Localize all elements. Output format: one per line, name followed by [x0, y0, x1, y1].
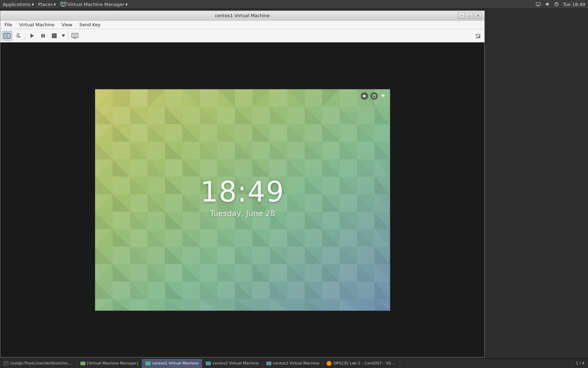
svg-marker-153 [147, 211, 165, 229]
svg-rect-1 [61, 3, 63, 4]
svg-marker-117 [112, 177, 130, 194]
usb-btn[interactable] [13, 31, 23, 41]
svg-marker-131 [357, 177, 374, 194]
taskbar-firefox[interactable]: OPS235 Lab 5 – CentOS7 – SSD... [323, 359, 400, 368]
svg-marker-119 [147, 177, 165, 194]
svg-marker-103 [165, 159, 182, 177]
power-icon[interactable] [554, 1, 559, 7]
svg-marker-171 [165, 229, 182, 246]
places-menu[interactable]: Places ▾ [38, 2, 56, 7]
svg-rect-22 [43, 34, 45, 38]
svg-marker-37 [200, 89, 217, 107]
menu-virtual-machine[interactable]: Virtual Machine [16, 21, 57, 28]
svg-marker-247 [363, 94, 365, 98]
svg-marker-71 [200, 124, 217, 142]
svg-marker-225 [217, 281, 235, 299]
svg-marker-207 [200, 264, 217, 281]
applications-label: Applications [3, 2, 30, 7]
svg-marker-95 [322, 142, 340, 159]
svg-marker-107 [235, 159, 252, 177]
close-button[interactable]: ✕ [475, 13, 482, 19]
svg-marker-221 [147, 281, 165, 299]
svg-rect-19 [19, 36, 20, 38]
menu-view[interactable]: View [59, 21, 75, 28]
svg-rect-21 [41, 34, 43, 38]
svg-rect-14 [17, 33, 19, 35]
pause-btn[interactable] [38, 31, 48, 41]
svg-marker-193 [252, 246, 270, 264]
maximize-button[interactable]: □ [466, 13, 473, 19]
system-bar-left: Applications ▾ Places ▾ Virtual Machine … [3, 2, 128, 7]
system-bar-right: Tue 18:49 [536, 1, 585, 7]
vm-overlay-controls [360, 92, 386, 100]
svg-marker-189 [182, 246, 200, 264]
console-btn[interactable] [70, 31, 80, 41]
menu-send-key[interactable]: Send Key [77, 21, 103, 28]
fullscreen-dropdown-btn[interactable] [60, 31, 66, 41]
taskbar-centos1[interactable]: centos1 Virtual Machine [142, 359, 203, 368]
vm-manager-label: Virtual Machine Manager [68, 2, 124, 7]
taskbar-centos2-label: centos2 Virtual Machine [212, 361, 259, 366]
vm-volume-btn[interactable] [360, 92, 368, 100]
bg-pattern-svg [95, 89, 390, 311]
taskbar-terminal[interactable]: root@c7host:/var/lib/libvirt/imag... [0, 359, 77, 368]
vm-arrow-btn[interactable] [380, 93, 386, 99]
vm-power-btn[interactable] [370, 92, 378, 100]
svg-marker-8 [546, 2, 548, 6]
svg-marker-75 [270, 124, 287, 142]
volume-icon[interactable] [545, 1, 550, 7]
taskbar-vm-manager[interactable]: [Virtual Machine Manager] [77, 359, 142, 368]
taskbar: root@c7host:/var/lib/libvirt/imag... [Vi… [0, 358, 588, 368]
svg-marker-69 [165, 124, 182, 142]
svg-marker-87 [182, 142, 200, 159]
svg-marker-73 [235, 124, 252, 142]
svg-rect-27 [74, 38, 76, 38]
fullscreen-btn[interactable] [49, 31, 59, 41]
centos3-task-icon [266, 362, 271, 365]
vm-logo-icon [60, 2, 66, 7]
window-title: centos1 Virtual Machine [27, 13, 458, 18]
resize-btn[interactable] [472, 31, 483, 41]
vm-lockscreen[interactable]: 18:49 Tuesday, June 28 [95, 89, 390, 311]
svg-marker-93 [287, 142, 304, 159]
vm-manager-menu[interactable]: Virtual Machine Manager ▾ [60, 2, 128, 7]
screenshot-btn[interactable] [2, 31, 12, 41]
svg-marker-177 [270, 229, 287, 246]
svg-marker-91 [252, 142, 270, 159]
taskbar-centos3-label: centos3 Virtual Machine [273, 361, 320, 366]
svg-rect-26 [72, 34, 77, 37]
menu-file[interactable]: File [2, 21, 15, 28]
svg-marker-203 [130, 264, 147, 281]
svg-marker-223 [182, 281, 200, 299]
places-label: Places [38, 2, 52, 7]
svg-marker-185 [112, 246, 130, 264]
display-icon[interactable] [536, 1, 541, 7]
svg-marker-111 [304, 159, 322, 177]
svg-marker-35 [165, 89, 182, 107]
svg-marker-51 [147, 107, 165, 124]
svg-rect-23 [52, 33, 57, 38]
play-btn[interactable] [27, 31, 37, 41]
minimize-button[interactable]: ─ [458, 13, 465, 19]
taskbar-centos2[interactable]: centos2 Virtual Machine [202, 359, 263, 368]
svg-marker-197 [322, 246, 340, 264]
vm-screen[interactable]: 18:49 Tuesday, June 28 [95, 89, 390, 311]
places-arrow: ▾ [54, 2, 56, 7]
applications-menu[interactable]: Applications ▾ [3, 2, 34, 7]
toolbar-left [2, 31, 80, 41]
svg-marker-141 [235, 194, 252, 212]
svg-marker-85 [147, 142, 165, 159]
svg-marker-121 [182, 177, 200, 194]
svg-rect-7 [537, 6, 540, 6]
system-time: Tue 18:49 [563, 2, 585, 7]
vm-manager-task-icon [80, 362, 85, 365]
main-content[interactable]: 18:49 Tuesday, June 28 [0, 42, 484, 357]
taskbar-centos1-label: centos1 Virtual Machine [152, 361, 199, 366]
taskbar-vm-manager-label: [Virtual Machine Manager] [87, 361, 138, 366]
applications-arrow: ▾ [31, 2, 34, 7]
taskbar-centos3[interactable]: centos3 Virtual Machine [263, 359, 323, 368]
svg-marker-165 [357, 211, 374, 229]
separator-2 [68, 32, 68, 40]
taskbar-page-indicator: 1 / 4 [572, 361, 588, 366]
taskbar-firefox-label: OPS235 Lab 5 – CentOS7 – SSD... [333, 361, 396, 366]
